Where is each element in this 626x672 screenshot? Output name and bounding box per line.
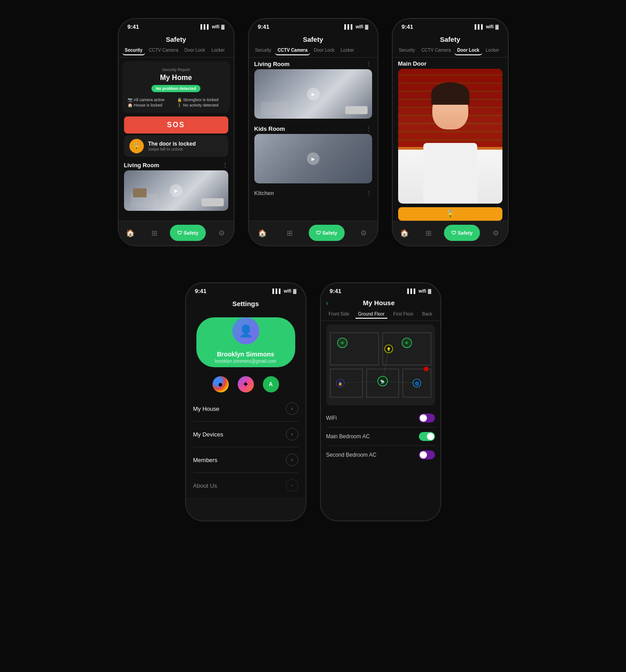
floor-tab-front[interactable]: Front Side [326,310,352,319]
screen-2: Safety Security CCTV Camera Door Lock Lo… [249,32,377,221]
battery-icon-5: ▓ [428,289,431,294]
house-icon: 🏠 [128,103,133,107]
cam2-kitchen-options-icon[interactable]: ⋮ [366,190,372,197]
floor-tab-ground[interactable]: Ground Floor [355,310,387,319]
door-title-header: Main Door [393,58,508,69]
siri-icon[interactable]: ✦ [238,376,254,392]
tab-cctv-2[interactable]: CCTV Camera [275,46,311,55]
bottom-nav-2: 🏠 ⊞ 🛡 Safety ⚙ [249,221,377,245]
phone-cctv: 9:41 ▌▌▌ wifi ▓ Safety Security CCTV Cam… [248,18,378,246]
nav-safety-3[interactable]: 🛡 Safety [444,225,480,241]
phone-settings: 9:41 ▌▌▌ wifi ▓ Settings 👤 Brooklyn Simm… [185,282,306,521]
wifi-toggle[interactable] [419,414,435,423]
svg-point-17 [423,367,428,372]
device-main-ac: Main Bedroom AC [326,427,435,446]
tab-doorlock-2[interactable]: Door Lock [311,46,337,55]
tab-doorlock-3[interactable]: Door Lock [454,46,482,55]
nav-safety-1[interactable]: 🛡 Safety [170,225,206,241]
camera-icon: 📷 [128,98,133,102]
tab-locker[interactable]: Locker [209,46,227,55]
settings-item-about[interactable]: About Us › [193,473,298,498]
cam2-living-thumb[interactable]: ▶ [254,69,372,119]
person-shirt [423,143,477,204]
time-2: 9:41 [258,23,270,30]
tab-locker-2[interactable]: Locker [338,46,357,55]
back-button[interactable]: ‹ [326,299,329,307]
settings-about-label: About Us [193,482,217,489]
nav-home-1[interactable]: 🏠 [122,225,138,241]
cam2-kids-options-icon[interactable]: ⋮ [366,125,372,132]
user-card: 👤 Brooklyn Simmons brooklyn.simmons@gmai… [196,317,295,367]
floor-tab-first[interactable]: First Floor [391,310,416,319]
device-wifi-label: WiFi [326,415,337,421]
tab-bar-3[interactable]: Security CCTV Camera Door Lock Locker [393,46,508,58]
cam2-kitchen-title: Kitchen [254,190,274,196]
main-ac-toggle[interactable] [419,432,435,441]
user-email: brooklyn.simmons@gmail.com [205,359,286,364]
nav-grid-3[interactable]: ⊞ [420,225,436,241]
chevron-myhouse[interactable]: › [286,402,298,415]
settings-list: My House › My Devices › Members › About … [186,396,306,498]
nav-settings-1[interactable]: ⚙ [213,225,230,241]
floor-tab-back[interactable]: Back [420,310,435,319]
cam1-options-icon[interactable]: ⋮ [222,161,228,169]
second-ac-toggle-knob [420,451,427,458]
second-ac-toggle[interactable] [419,450,435,459]
svg-line-20 [340,381,382,383]
cam2-kids-thumb[interactable]: ▶ [254,134,372,183]
status-house: 🏠 House is locked [128,103,175,107]
nav-settings-3[interactable]: ⚙ [488,225,504,241]
play-button-2[interactable]: ▶ [307,88,320,100]
settings-item-members[interactable]: Members › [193,447,298,473]
chevron-members[interactable]: › [286,454,298,466]
settings-item-mydevices[interactable]: My Devices › [193,422,298,447]
nav-grid-2[interactable]: ⊞ [281,225,297,241]
tab-cctv[interactable]: CCTV Camera [146,46,181,55]
sos-button[interactable]: SOS [124,116,228,134]
nav-grid-1[interactable]: ⊞ [146,225,162,241]
tab-security-2[interactable]: Security [253,46,274,55]
tab-security-3[interactable]: Security [396,46,418,55]
device-list: WiFi Main Bedroom AC Second Bedroom AC [321,409,440,464]
tab-doorlock[interactable]: Door Lock [182,46,208,55]
rug-decor-2 [261,102,288,115]
door-action-bar[interactable]: 🔓 [398,207,502,221]
settings-item-myhouse[interactable]: My House › [193,396,298,422]
chevron-about[interactable]: › [286,479,298,492]
tab-security[interactable]: Security [122,46,145,55]
nav-home-2[interactable]: 🏠 [254,225,271,241]
status-icons-3: ▌▌▌ wifi ▓ [475,24,498,29]
tab-locker-3[interactable]: Locker [483,46,502,55]
tab-bar-1[interactable]: Security CCTV Camera Door Lock Locker [119,46,234,58]
status-icons-2: ▌▌▌ wifi ▓ [344,24,368,29]
nav-safety-2[interactable]: 🛡 Safety [309,225,345,241]
wifi-icon-2: wifi [356,24,364,29]
tab-cctv-3[interactable]: CCTV Camera [419,46,454,55]
status-bar-2: 9:41 ▌▌▌ wifi ▓ [249,19,377,32]
tab-bar-2[interactable]: Security CCTV Camera Door Lock Locker [249,46,377,58]
chevron-mydevices[interactable]: › [286,428,298,441]
screen-4: Settings 👤 Brooklyn Simmons brooklyn.sim… [186,296,306,498]
door-main-title: Main Door [398,60,427,67]
bottom-nav-3: 🏠 ⊞ 🛡 Safety ⚙ [393,221,508,245]
signal-icon: ▌▌▌ [200,24,210,29]
battery-icon-4: ▓ [293,289,296,294]
signal-icon-5: ▌▌▌ [407,289,417,294]
door-locked-info: The door is locked Swipe left to unlock [148,141,196,151]
status-activity: 🚶 No activity detected [177,103,225,107]
nav-home-3[interactable]: 🏠 [396,225,413,241]
alexa-icon[interactable]: A [263,376,279,392]
status-cameras: 📷 All camera active [128,98,175,102]
svg-rect-2 [330,369,362,397]
status-bar-3: 9:41 ▌▌▌ wifi ▓ [393,19,508,32]
google-assistant-icon[interactable]: ● [213,376,229,392]
play-button-3[interactable]: ▶ [307,152,320,165]
avatar-section: 👤 Brooklyn Simmons brooklyn.simmons@gmai… [186,310,306,372]
cam2-living-title: Living Room [254,61,290,67]
status-icons-4: ▌▌▌ wifi ▓ [272,289,296,294]
cam1-thumb[interactable]: ▶ [124,170,228,211]
cam2-options-icon[interactable]: ⋮ [366,60,372,67]
nav-settings-2[interactable]: ⚙ [355,225,372,241]
play-button[interactable]: ▶ [170,184,182,197]
floor-tabs[interactable]: Front Side Ground Floor First Floor Back [321,308,440,321]
